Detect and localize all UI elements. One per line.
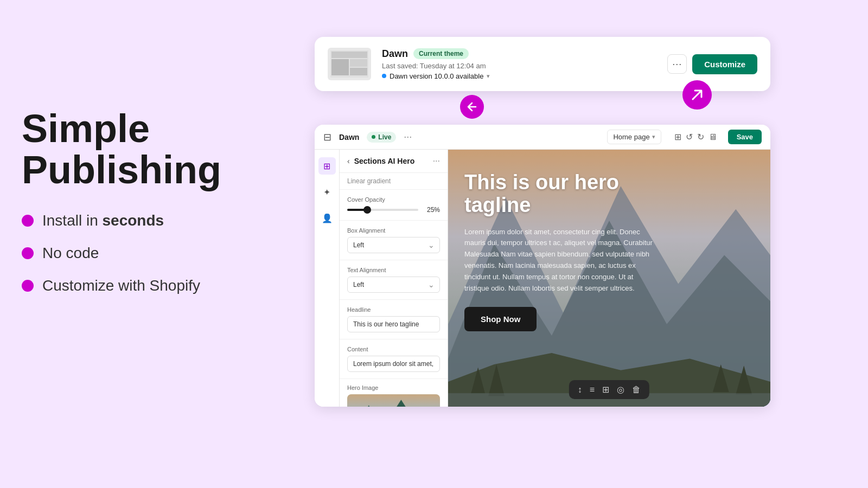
version-dot: [382, 74, 386, 78]
last-saved: Last saved: Tuesday at 12:04 am: [382, 62, 656, 70]
hero-image-label: Hero Image: [347, 384, 440, 391]
headline-input[interactable]: [347, 316, 440, 332]
box-alignment-section: Box Alignment Left Center Right: [340, 221, 448, 260]
desktop-icon[interactable]: 🖥: [709, 132, 717, 142]
box-alignment-select[interactable]: Left Center Right: [347, 237, 440, 253]
sidebar-users-icon[interactable]: 👤: [318, 209, 336, 227]
toolbar-icon-4[interactable]: ◎: [617, 384, 624, 395]
panel-title: Sections AI Hero: [354, 157, 415, 165]
svg-rect-1: [331, 52, 367, 58]
list-item: Install in seconds: [22, 212, 282, 229]
cover-opacity-label: Cover Opacity: [347, 196, 440, 203]
editor-toolbar-icons: ⊞ ↺ ↻ 🖥: [674, 132, 717, 142]
editor-topbar: ⊟ Dawn Live ··· Home page ▾ ⊞ ↺ ↻ 🖥 Save: [315, 125, 770, 150]
bullet-text: No code: [42, 245, 99, 262]
content-section: Content: [340, 339, 448, 379]
toolbar-icon-3[interactable]: ⊞: [602, 384, 609, 395]
text-alignment-label: Text Alignment: [347, 267, 440, 273]
hero-title: This is our hero tagline: [464, 171, 660, 217]
box-alignment-select-wrap: Left Center Right: [347, 237, 440, 253]
gradient-label: Linear gradient: [340, 173, 448, 190]
sidebar-apps-icon[interactable]: ✦: [318, 183, 336, 201]
left-panel: Simple Publishing Install in seconds No …: [22, 108, 282, 294]
theme-info: Dawn Current theme Last saved: Tuesday a…: [382, 48, 656, 80]
sidebar-sections-icon[interactable]: ⊞: [318, 157, 336, 175]
redo-icon[interactable]: ↻: [697, 132, 704, 142]
undo-icon[interactable]: ↺: [686, 132, 693, 142]
version-row: Dawn version 10.0.0 available ▾: [382, 72, 656, 80]
sidebar-toggle-icon[interactable]: ⊟: [323, 131, 331, 143]
svg-rect-4: [350, 68, 367, 75]
bullet-dot: [22, 280, 34, 292]
bullet-text: Install in seconds: [42, 212, 164, 229]
chevron-down-icon: ▾: [487, 73, 490, 80]
opacity-slider-thumb[interactable]: [363, 206, 371, 214]
version-text: Dawn version 10.0.0 available: [390, 72, 483, 80]
editor-preview: This is our hero tagline Lorem ipsum dol…: [448, 150, 770, 407]
opacity-slider-track[interactable]: [347, 209, 418, 211]
panel-back-icon[interactable]: ‹: [347, 157, 350, 165]
grid-view-icon[interactable]: ⊞: [674, 132, 681, 142]
editor-site-name: Dawn: [339, 133, 359, 142]
chevron-down-icon: ▾: [652, 133, 655, 140]
svg-rect-3: [350, 59, 367, 67]
page-select-label: Home page: [613, 133, 649, 141]
page-select[interactable]: Home page ▾: [607, 130, 661, 144]
bullet-list: Install in seconds No code Customize wit…: [22, 212, 282, 294]
hero-image-section: Hero Image: [340, 379, 448, 407]
editor-sidebar-icons: ⊞ ✦ 👤: [315, 150, 340, 407]
hero-cta-button[interactable]: Shop Now: [464, 307, 537, 331]
preview-bottom-toolbar: ↕ ≡ ⊞ ◎ 🗑: [569, 380, 649, 399]
current-theme-badge: Current theme: [413, 48, 469, 59]
hero-image-thumbnail: ✏ Edit: [347, 394, 440, 407]
panel-header: ‹ Sections AI Hero ···: [340, 150, 448, 173]
back-arrow-circle[interactable]: [460, 95, 484, 119]
opacity-slider-fill: [347, 209, 365, 211]
toolbar-icon-2[interactable]: ≡: [590, 385, 595, 395]
panel-more-icon[interactable]: ···: [433, 156, 440, 166]
hero-content: This is our hero tagline Lorem ipsum dol…: [464, 171, 660, 331]
more-button[interactable]: ···: [667, 54, 687, 74]
content-input[interactable]: [347, 356, 440, 372]
toolbar-icon-1[interactable]: ↕: [578, 385, 582, 395]
opacity-value: 25%: [423, 206, 440, 214]
list-item: Customize with Shopify: [22, 277, 282, 294]
theme-name: Dawn: [382, 48, 408, 60]
headline-section: Headline: [340, 300, 448, 339]
customize-button[interactable]: Customize: [692, 54, 757, 74]
bullet-dot: [22, 215, 34, 227]
editor-window: ⊟ Dawn Live ··· Home page ▾ ⊞ ↺ ↻ 🖥 Save…: [315, 125, 770, 407]
theme-name-row: Dawn Current theme: [382, 48, 656, 60]
text-alignment-section: Text Alignment Left Center Right: [340, 260, 448, 300]
editor-panel: ‹ Sections AI Hero ··· Linear gradient C…: [340, 150, 448, 407]
hero-body: Lorem ipsum dolor sit amet, consectetur …: [464, 227, 660, 294]
text-alignment-select[interactable]: Left Center Right: [347, 277, 440, 293]
headline-label: Headline: [347, 306, 440, 313]
svg-rect-5: [347, 394, 440, 407]
box-alignment-label: Box Alignment: [347, 227, 440, 234]
opacity-row: 25%: [347, 206, 440, 214]
arrow-to-customize: [682, 80, 712, 110]
text-alignment-select-wrap: Left Center Right: [347, 277, 440, 293]
content-label: Content: [347, 346, 440, 352]
theme-thumbnail: [328, 48, 371, 80]
theme-actions: ··· Customize: [667, 54, 757, 74]
bullet-text: Customize with Shopify: [42, 277, 200, 294]
live-badge: Live: [367, 132, 396, 143]
bullet-dot: [22, 247, 34, 259]
editor-body: ⊞ ✦ 👤 ‹ Sections AI Hero ··· Linear grad…: [315, 150, 770, 407]
toolbar-icon-5[interactable]: 🗑: [632, 385, 641, 395]
editor-more-icon[interactable]: ···: [404, 131, 412, 143]
list-item: No code: [22, 245, 282, 262]
hero-preview: This is our hero tagline Lorem ipsum dol…: [448, 150, 770, 407]
cover-opacity-section: Cover Opacity 25%: [340, 190, 448, 221]
main-heading: Simple Publishing: [22, 108, 282, 190]
live-dot: [372, 135, 375, 139]
live-label: Live: [378, 133, 391, 141]
save-button[interactable]: Save: [728, 130, 762, 144]
svg-rect-2: [331, 59, 349, 75]
